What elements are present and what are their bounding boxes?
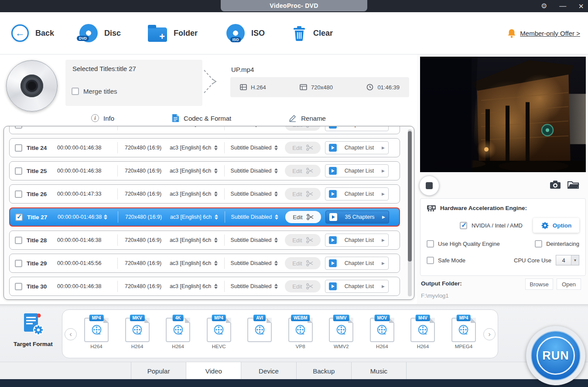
title-checkbox[interactable]: [15, 167, 22, 175]
subtitle-select[interactable]: Subtitle Disabled: [227, 283, 281, 289]
cpu-core-select[interactable]: 4 ▼: [556, 255, 579, 265]
deinterlacing-checkbox[interactable]: Deinterlacing: [535, 240, 579, 248]
iso-button[interactable]: ISO ISO: [226, 24, 265, 42]
bottom-tab[interactable]: Backup: [296, 362, 351, 380]
target-format-button[interactable]: Target Format: [9, 312, 58, 347]
bottom-tab[interactable]: Music: [351, 362, 407, 380]
subtitle-select[interactable]: Subtitle Disabled: [227, 260, 281, 266]
edit-button[interactable]: Edit: [285, 188, 321, 200]
format-chip[interactable]: M4V H264: [409, 315, 437, 350]
title-checkbox[interactable]: [15, 144, 22, 152]
safe-mode-checkbox[interactable]: Safe Mode: [427, 257, 465, 264]
audio-select[interactable]: ac3 [English] 6ch: [166, 168, 222, 174]
edit-button[interactable]: Edit: [285, 165, 321, 177]
audio-stepper-icon[interactable]: [214, 261, 218, 266]
subtitle-stepper-icon[interactable]: [275, 214, 278, 220]
title-row[interactable]: Title 25 00:00:00-01:46:38 720x480 (16:9…: [9, 161, 400, 180]
close-button[interactable]: ×: [578, 2, 584, 10]
open-button[interactable]: Open: [557, 278, 581, 290]
title-checkbox[interactable]: [15, 190, 22, 198]
high-quality-checkbox-box[interactable]: [427, 240, 434, 248]
time-stepper-icon[interactable]: [104, 214, 107, 220]
subtitle-select[interactable]: Subtitle Disabled: [227, 145, 281, 151]
bottom-tab[interactable]: Popular: [131, 362, 186, 380]
open-snapshot-folder-button[interactable]: [567, 180, 580, 191]
stop-button[interactable]: [419, 176, 439, 196]
audio-stepper-icon[interactable]: [194, 126, 197, 127]
disc-button[interactable]: DVD Disc: [79, 24, 121, 42]
tab-info[interactable]: i Info: [91, 114, 114, 122]
format-chip[interactable]: WMV WMV2: [327, 315, 355, 350]
subtitle-stepper-icon[interactable]: [254, 126, 258, 127]
title-row[interactable]: Title 24 00:00:00-01:46:38 720x480 (16:9…: [9, 138, 400, 157]
audio-select[interactable]: ac3 [English] 6ch: [166, 191, 222, 197]
bottom-tab[interactable]: Video: [186, 362, 241, 380]
subtitle-stepper-icon[interactable]: [274, 191, 278, 197]
bottom-tab[interactable]: Device: [241, 362, 296, 380]
audio-stepper-icon[interactable]: [215, 214, 218, 220]
audio-stepper-icon[interactable]: [214, 238, 218, 243]
audio-stepper-icon[interactable]: [214, 284, 218, 289]
gpu-checkbox[interactable]: [460, 222, 467, 229]
title-checkbox[interactable]: [15, 214, 23, 221]
tab-rename[interactable]: Rename: [289, 114, 326, 122]
settings-gear-icon[interactable]: ⚙: [541, 3, 547, 10]
title-row[interactable]: Title 26 00:00:00-01:47:33 720x480 (16:9…: [9, 184, 400, 204]
title-row[interactable]: Title 29 00:00:00-01:45:56 720x480 (16:9…: [9, 254, 400, 273]
subtitle-stepper-icon[interactable]: [274, 284, 278, 289]
subtitle-select[interactable]: Subtitle Disabled: [227, 168, 281, 174]
title-checkbox[interactable]: [15, 260, 22, 267]
title-row[interactable]: Title 27 00:00:00-01:46:38 720x480 (16:9…: [9, 207, 400, 227]
subtitle-select[interactable]: Subtitle Disabled: [228, 214, 282, 220]
option-button[interactable]: Option: [533, 218, 579, 233]
title-checkbox[interactable]: [15, 126, 22, 129]
audio-select[interactable]: ac3 [English] 6ch: [166, 260, 222, 266]
deinterlacing-checkbox-box[interactable]: [535, 240, 542, 248]
format-chip[interactable]: MKV H264: [123, 315, 151, 350]
carousel-left-arrow[interactable]: ‹: [65, 328, 77, 340]
merge-checkbox-box[interactable]: [72, 88, 79, 95]
chapter-list-button[interactable]: Chapter List ▶: [325, 187, 389, 200]
back-button[interactable]: ← Back: [11, 24, 54, 42]
chapter-list-button[interactable]: 35 Chapters ▶: [325, 210, 389, 224]
browse-button[interactable]: Browse: [525, 278, 553, 290]
subtitle-select[interactable]: Subtitle Disabled: [227, 191, 281, 197]
edit-button[interactable]: Edit: [285, 126, 321, 131]
minimize-button[interactable]: —: [559, 3, 566, 10]
subtitle-select[interactable]: [227, 126, 281, 127]
edit-button[interactable]: Edit: [285, 257, 321, 269]
chapter-list-button[interactable]: Chapter List ▶: [325, 164, 389, 177]
merge-titles-checkbox[interactable]: Merge titles: [72, 88, 117, 95]
member-offer-link[interactable]: Member-only Offer >: [507, 28, 580, 38]
format-chip[interactable]: MOV H264: [368, 315, 396, 350]
audio-select[interactable]: ac3 [English] 6ch: [166, 214, 222, 220]
audio-select[interactable]: ac3 [English] 6ch: [166, 283, 222, 289]
subtitle-select[interactable]: Subtitle Disabled: [227, 237, 281, 243]
title-row[interactable]: Title 30 00:00:00-01:46:38 720x480 (16:9…: [9, 277, 400, 296]
format-chip[interactable]: MP4 H264: [82, 315, 110, 350]
subtitle-stepper-icon[interactable]: [274, 238, 278, 243]
high-quality-checkbox[interactable]: Use High Quality Engine: [427, 240, 500, 248]
audio-stepper-icon[interactable]: [214, 145, 218, 150]
clear-button[interactable]: Clear: [292, 24, 333, 42]
safe-mode-checkbox-box[interactable]: [427, 257, 434, 264]
scrollbar-thumb[interactable]: [408, 131, 412, 261]
format-chip[interactable]: WEBM VP8: [287, 315, 315, 350]
audio-select[interactable]: ac3 [English] 6ch: [166, 237, 222, 243]
subtitle-stepper-icon[interactable]: [274, 261, 278, 266]
audio-stepper-icon[interactable]: [214, 168, 218, 173]
title-row[interactable]: Title 28 00:00:00-01:46:38 720x480 (16:9…: [9, 231, 400, 250]
edit-button[interactable]: Edit: [285, 142, 321, 154]
edit-button[interactable]: Edit: [285, 211, 321, 223]
snapshot-button[interactable]: [550, 180, 561, 191]
scrollbar-track[interactable]: [408, 129, 412, 296]
audio-stepper-icon[interactable]: [214, 191, 218, 197]
format-chip[interactable]: 4K H264: [164, 315, 192, 350]
audio-select[interactable]: [166, 126, 222, 127]
chapter-list-button[interactable]: Chapter List ▶: [325, 126, 389, 131]
chapter-list-button[interactable]: Chapter List ▶: [325, 257, 389, 270]
format-chip[interactable]: AVI: [246, 315, 273, 350]
title-checkbox[interactable]: [15, 237, 22, 244]
title-row[interactable]: Edit Chapter List ▶: [9, 126, 400, 134]
subtitle-stepper-icon[interactable]: [274, 168, 278, 173]
